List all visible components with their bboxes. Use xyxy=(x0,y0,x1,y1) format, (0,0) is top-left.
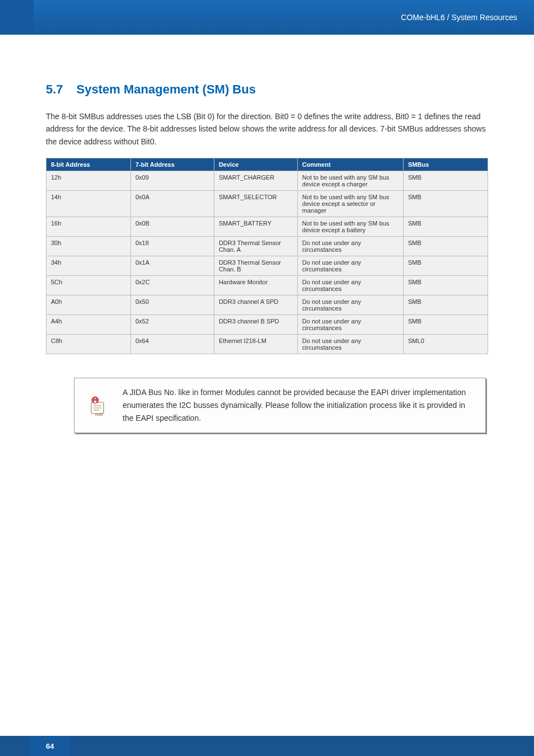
cell-device: DDR3 Thermal Sensor Chan. A xyxy=(214,237,297,256)
cell-comment: Do not use under any circumstances xyxy=(297,276,403,295)
th-device: Device xyxy=(214,158,297,171)
cell-smbus: SMB xyxy=(404,276,488,295)
cell-device: SMART_CHARGER xyxy=(214,171,297,191)
cell-comment: Do not use under any circumstances xyxy=(297,237,403,256)
footer-bar: 64 xyxy=(0,736,534,756)
table-row: 12h0x09SMART_CHARGERNot to be used with … xyxy=(46,171,488,191)
cell-smbus: SMB xyxy=(404,256,488,276)
cell-addr7: 0x52 xyxy=(130,315,214,335)
cell-device: SMART_BATTERY xyxy=(214,217,297,237)
cell-smbus: SMB xyxy=(404,295,488,315)
cell-device: SMART_SELECTOR xyxy=(214,191,297,217)
cell-addr7: 0x2C xyxy=(130,276,214,295)
cell-smbus: SMB xyxy=(404,171,488,191)
table-row: 5Ch0x2CHardware MonitorDo not use under … xyxy=(46,276,488,295)
cell-addr7: 0x50 xyxy=(130,295,214,315)
cell-addr8: 16h xyxy=(46,217,131,237)
cell-addr7: 0x18 xyxy=(130,237,214,256)
cell-addr8: 30h xyxy=(46,237,131,256)
page-content: 5.7System Management (SM) Bus The 8-bit … xyxy=(0,35,534,456)
table-header-row: 8-bit Address 7-bit Address Device Comme… xyxy=(46,158,488,171)
section-number: 5.7 xyxy=(46,82,63,97)
table-row: 14h0x0ASMART_SELECTORNot to be used with… xyxy=(46,191,488,217)
cell-comment: Do not use under any circumstances xyxy=(297,295,403,315)
cell-addr8: 14h xyxy=(46,191,131,217)
header-corner-decoration xyxy=(0,0,34,35)
th-7bit: 7-bit Address xyxy=(130,158,214,171)
intro-paragraph: The 8-bit SMBus addresses uses the LSB (… xyxy=(46,110,488,148)
cell-comment: Do not use under any circumstances xyxy=(297,256,403,276)
cell-addr7: 0x0A xyxy=(130,191,214,217)
cell-addr7: 0x1A xyxy=(130,256,214,276)
cell-addr8: 5Ch xyxy=(46,276,131,295)
th-smbus: SMBus xyxy=(404,158,488,171)
cell-smbus: SMB xyxy=(404,315,488,335)
cell-device: DDR3 channel B SPD xyxy=(214,315,297,335)
cell-addr7: 0x64 xyxy=(130,335,214,354)
cell-device: Ethernet I218-LM xyxy=(214,335,297,354)
table-row: A4h0x52DDR3 channel B SPDDo not use unde… xyxy=(46,315,488,335)
cell-device: Hardware Monitor xyxy=(214,276,297,295)
cell-addr8: 34h xyxy=(46,256,131,276)
cell-smbus: SMB xyxy=(404,237,488,256)
table-row: 34h0x1ADDR3 Thermal Sensor Chan. BDo not… xyxy=(46,256,488,276)
cell-device: DDR3 Thermal Sensor Chan. B xyxy=(214,256,297,276)
note-icon: note xyxy=(87,386,109,425)
cell-comment: Do not use under any circumstances xyxy=(297,315,403,335)
table-row: 16h0x0BSMART_BATTERYNot to be used with … xyxy=(46,217,488,237)
section-heading: 5.7System Management (SM) Bus xyxy=(46,82,488,97)
th-comment: Comment xyxy=(297,158,403,171)
note-text: A JIDA Bus No. like in former Modules ca… xyxy=(123,386,473,425)
section-title: System Management (SM) Bus xyxy=(77,82,256,96)
th-8bit: 8-bit Address xyxy=(46,158,131,171)
cell-addr7: 0x09 xyxy=(130,171,214,191)
smbus-table: 8-bit Address 7-bit Address Device Comme… xyxy=(46,158,488,354)
table-row: C8h0x64Ethernet I218-LMDo not use under … xyxy=(46,335,488,354)
cell-device: DDR3 channel A SPD xyxy=(214,295,297,315)
cell-comment: Do not use under any circumstances xyxy=(297,335,403,354)
svg-rect-6 xyxy=(95,398,96,399)
cell-addr7: 0x0B xyxy=(130,217,214,237)
cell-smbus: SMB xyxy=(404,217,488,237)
cell-addr8: A0h xyxy=(46,295,131,315)
cell-comment: Not to be used with any SM bus device ex… xyxy=(297,191,403,217)
table-row: A0h0x50DDR3 channel A SPDDo not use unde… xyxy=(46,295,488,315)
cell-smbus: SMB xyxy=(404,191,488,217)
header-bar: COMe-bHL6 / System Resources xyxy=(0,0,534,35)
table-row: 30h0x18DDR3 Thermal Sensor Chan. ADo not… xyxy=(46,237,488,256)
page-number: 64 xyxy=(29,736,71,756)
cell-smbus: SML0 xyxy=(404,335,488,354)
cell-addr8: 12h xyxy=(46,171,131,191)
svg-text:note: note xyxy=(95,412,103,416)
note-box: note A JIDA Bus No. like in former Modul… xyxy=(74,378,486,433)
cell-addr8: A4h xyxy=(46,315,131,335)
svg-rect-7 xyxy=(94,401,96,403)
cell-comment: Not to be used with any SM bus device ex… xyxy=(297,217,403,237)
cell-comment: Not to be used with any SM bus device ex… xyxy=(297,171,403,191)
cell-addr8: C8h xyxy=(46,335,131,354)
breadcrumb: COMe-bHL6 / System Resources xyxy=(401,13,517,22)
